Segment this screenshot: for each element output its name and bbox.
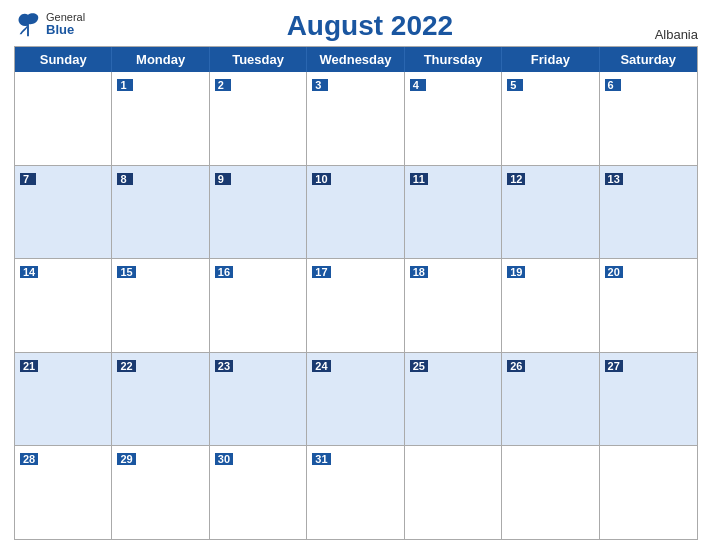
day-cell-12: 12: [502, 166, 599, 259]
header: General Blue August 2022 Albania: [14, 10, 698, 42]
day-number: 27: [605, 360, 623, 372]
day-cell-3: 3: [307, 72, 404, 165]
day-number: 23: [215, 360, 233, 372]
day-number: 15: [117, 266, 135, 278]
header-sunday: Sunday: [15, 47, 112, 72]
day-cell-9: 9: [210, 166, 307, 259]
day-number: 5: [507, 79, 523, 91]
day-headers-row: Sunday Monday Tuesday Wednesday Thursday…: [15, 47, 697, 72]
day-number: 24: [312, 360, 330, 372]
logo-text: General Blue: [46, 11, 85, 37]
header-friday: Friday: [502, 47, 599, 72]
day-number: 21: [20, 360, 38, 372]
day-number: 6: [605, 79, 621, 91]
day-number: 19: [507, 266, 525, 278]
day-number: 16: [215, 266, 233, 278]
header-tuesday: Tuesday: [210, 47, 307, 72]
week-row-4: 21 22 23 24 25 26 27: [15, 352, 697, 446]
day-cell-20: 20: [600, 259, 697, 352]
day-cell-19: 19: [502, 259, 599, 352]
day-number: 13: [605, 173, 623, 185]
day-cell-22: 22: [112, 353, 209, 446]
day-cell-empty: [502, 446, 599, 539]
day-cell-27: 27: [600, 353, 697, 446]
day-cell-21: 21: [15, 353, 112, 446]
day-number: 12: [507, 173, 525, 185]
day-cell-16: 16: [210, 259, 307, 352]
day-cell-23: 23: [210, 353, 307, 446]
logo-blue: Blue: [46, 23, 85, 37]
week-row-3: 14 15 16 17 18 19 20: [15, 258, 697, 352]
day-number: 11: [410, 173, 428, 185]
day-number: 9: [215, 173, 231, 185]
day-cell-10: 10: [307, 166, 404, 259]
day-cell-11: 11: [405, 166, 502, 259]
day-number: 10: [312, 173, 330, 185]
week-row-5: 28 29 30 31: [15, 445, 697, 539]
day-number: 28: [20, 453, 38, 465]
day-number: 29: [117, 453, 135, 465]
day-number: 20: [605, 266, 623, 278]
country-label: Albania: [655, 27, 698, 42]
calendar-page: General Blue August 2022 Albania Sunday …: [0, 0, 712, 550]
day-cell-24: 24: [307, 353, 404, 446]
day-cell-empty: [600, 446, 697, 539]
day-cell-18: 18: [405, 259, 502, 352]
day-cell-empty: [405, 446, 502, 539]
day-cell-4: 4: [405, 72, 502, 165]
day-number: 1: [117, 79, 133, 91]
logo-bird-icon: [14, 10, 42, 38]
day-number: 30: [215, 453, 233, 465]
day-number: 18: [410, 266, 428, 278]
day-number: 14: [20, 266, 38, 278]
day-cell-28: 28: [15, 446, 112, 539]
day-cell-25: 25: [405, 353, 502, 446]
day-cell-14: 14: [15, 259, 112, 352]
header-thursday: Thursday: [405, 47, 502, 72]
day-cell-29: 29: [112, 446, 209, 539]
day-cell-8: 8: [112, 166, 209, 259]
week-row-1: 1 2 3 4 5 6: [15, 72, 697, 165]
calendar-body: 1 2 3 4 5 6 7 8 9 10 11 12 13 14 15 16: [15, 72, 697, 539]
logo: General Blue: [14, 10, 85, 38]
calendar-title: August 2022: [85, 10, 654, 42]
day-cell-13: 13: [600, 166, 697, 259]
header-saturday: Saturday: [600, 47, 697, 72]
day-cell-6: 6: [600, 72, 697, 165]
day-number: 26: [507, 360, 525, 372]
header-monday: Monday: [112, 47, 209, 72]
day-cell-empty: [15, 72, 112, 165]
day-cell-2: 2: [210, 72, 307, 165]
day-number: 3: [312, 79, 328, 91]
day-number: 25: [410, 360, 428, 372]
day-number: 2: [215, 79, 231, 91]
title-area: August 2022: [85, 10, 654, 42]
day-cell-5: 5: [502, 72, 599, 165]
day-cell-26: 26: [502, 353, 599, 446]
day-cell-17: 17: [307, 259, 404, 352]
day-number: 22: [117, 360, 135, 372]
day-cell-30: 30: [210, 446, 307, 539]
day-cell-7: 7: [15, 166, 112, 259]
day-cell-31: 31: [307, 446, 404, 539]
week-row-2: 7 8 9 10 11 12 13: [15, 165, 697, 259]
day-number: 7: [20, 173, 36, 185]
day-number: 4: [410, 79, 426, 91]
day-cell-15: 15: [112, 259, 209, 352]
day-number: 8: [117, 173, 133, 185]
day-number: 31: [312, 453, 330, 465]
header-wednesday: Wednesday: [307, 47, 404, 72]
day-number: 17: [312, 266, 330, 278]
day-cell-1: 1: [112, 72, 209, 165]
calendar-grid: Sunday Monday Tuesday Wednesday Thursday…: [14, 46, 698, 540]
